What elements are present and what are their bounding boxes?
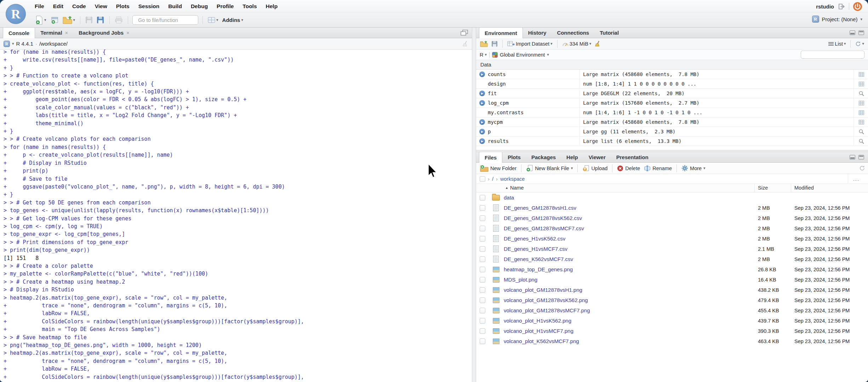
sign-out-icon[interactable] [838,3,845,10]
environment-search-box[interactable] [801,51,864,59]
file-row[interactable]: heatmap_top_DE_genes.png26.8 KBSep 23, 2… [476,264,868,274]
table-icon[interactable] [859,82,864,86]
expand-arrow-icon[interactable]: ▶ [479,129,485,134]
magnifier-icon[interactable] [859,129,864,134]
file-link[interactable]: volcano_plot_K562vsMCF7.png [504,338,579,344]
file-link[interactable]: DE_genes_GM12878vsK562.csv [504,215,582,221]
column-header-modified[interactable]: Modified [794,185,814,191]
environment-selector[interactable]: Global Environment ▾ [492,52,549,58]
tab-plots[interactable]: Plots [502,152,526,162]
file-link[interactable]: heatmap_top_DE_genes.png [504,266,573,272]
goto-file-function-input[interactable] [138,17,204,23]
env-object-row[interactable]: ▶fitLarge DGEGLM (22 elements, 20 MB) [476,89,868,98]
file-checkbox[interactable] [480,205,485,211]
file-row[interactable]: volcano_plot_GM12878vsK562.png479.4 KBSe… [476,295,868,305]
file-checkbox[interactable] [480,318,485,324]
file-link[interactable]: DE_genes_H1vsK562.csv [504,236,565,242]
file-link[interactable]: DE_genes_H1vsMCF7.csv [504,246,567,252]
menu-session[interactable]: Session [138,3,159,10]
column-header-name[interactable]: ▲ Name [505,185,524,191]
new-folder-button[interactable]: New Folder [479,164,518,173]
quit-session-power-icon[interactable] [853,2,862,11]
save-workspace-button[interactable] [491,40,498,48]
file-row[interactable]: volcano_plot_GM12878vsH1.png438.2 KBSep … [476,285,868,295]
file-checkbox[interactable] [480,338,485,344]
maximize-panel-icon[interactable] [858,155,864,160]
minimize-panel-icon[interactable] [850,155,855,160]
maximize-panel-icon[interactable] [858,30,864,35]
file-checkbox[interactable] [480,328,485,334]
rename-button[interactable]: Rename [643,164,673,172]
file-row[interactable]: volcano_plot_GM12878vsMCF7.png455.4 KBSe… [476,305,868,316]
table-icon[interactable] [859,110,864,115]
expand-arrow-icon[interactable]: ▶ [479,100,485,106]
file-checkbox[interactable] [480,287,485,293]
file-row[interactable]: DE_genes_GM12878vsMCF7.csv2 MBSep 23, 20… [476,223,868,233]
expand-arrow-icon[interactable]: ▶ [479,119,485,125]
file-link[interactable]: volcano_plot_GM12878vsK562.png [504,297,588,303]
maximize-panel-icon[interactable] [461,30,468,36]
file-checkbox[interactable] [480,256,485,262]
tab-help[interactable]: Help [561,152,583,162]
env-object-row[interactable]: my.contrastsnum [1:4, 1:6] 1 -1 0 0 1 0 … [476,108,868,117]
expand-arrow-icon[interactable]: ▶ [479,91,485,96]
caret-down-icon[interactable]: ▾ [12,42,14,46]
file-link[interactable]: data [504,195,514,201]
file-row[interactable]: DE_genes_GM12878vsK562.csv2 MBSep 23, 20… [476,213,868,223]
save-button[interactable] [85,16,93,24]
file-link[interactable]: volcano_plot_GM12878vsH1.png [504,287,582,293]
tab-presentation[interactable]: Presentation [611,152,654,162]
breadcrumb-root-link[interactable]: / [492,176,493,182]
minimize-panel-icon[interactable] [850,30,855,35]
file-link[interactable]: MDS_plot.png [504,277,537,283]
table-icon[interactable] [859,101,864,105]
clear-console-broom-icon[interactable] [462,41,468,47]
menu-code[interactable]: Code [72,3,86,10]
env-object-row[interactable]: ▶log_cpmLarge matrix (157680 elements, 2… [476,98,868,108]
tab-background-jobs[interactable]: Background Jobs× [73,28,135,38]
file-row[interactable]: DE_genes_GM12878vsH1.csv2 MBSep 23, 2024… [476,203,868,213]
file-checkbox[interactable] [480,267,485,272]
save-all-button[interactable] [96,16,105,24]
file-row[interactable]: volcano_plot_H1vsMCF7.png390.3 KBSep 23,… [476,326,868,336]
file-checkbox[interactable] [480,226,485,231]
refresh-environment-button[interactable]: ▾ [855,40,865,47]
tab-connections[interactable]: Connections [552,28,594,38]
delete-button[interactable]: Delete [616,164,641,172]
panes-layout-button[interactable]: ▾ [207,16,219,24]
print-button[interactable] [114,16,124,24]
goto-file-function-box[interactable] [132,15,198,25]
import-dataset-button[interactable]: Import Dataset ▾ [507,40,553,47]
file-link[interactable]: DE_genes_GM12878vsMCF7.csv [504,225,584,231]
file-row[interactable]: DE_genes_H1vsMCF7.csv2.1 MBSep 23, 2024,… [476,244,868,254]
file-link[interactable]: DE_genes_K562vsMCF7.csv [504,256,573,262]
menu-view[interactable]: View [95,3,107,10]
expand-arrow-icon[interactable]: ▶ [479,71,485,77]
file-checkbox[interactable] [480,246,485,252]
file-checkbox[interactable] [480,195,485,201]
tab-terminal[interactable]: Terminal× [35,28,73,38]
env-object-row[interactable]: ▶countsLarge matrix (458680 elements, 7.… [476,70,868,79]
new-file-button[interactable]: ▾ [35,15,47,25]
tab-viewer[interactable]: Viewer [583,152,611,162]
tab-files[interactable]: Files [479,152,502,163]
file-row[interactable]: MDS_plot.png16.4 KBSep 23, 2024, 12:56 P… [476,274,868,285]
file-row[interactable]: volcano_plot_K562vsMCF7.png463.4 KBSep 2… [476,336,868,346]
environment-search-input[interactable] [805,52,868,57]
tab-packages[interactable]: Packages [526,152,561,162]
expand-arrow-icon[interactable]: ▶ [479,138,485,144]
magnifier-icon[interactable] [859,139,864,144]
load-workspace-button[interactable] [479,40,489,48]
menu-edit[interactable]: Edit [53,3,63,10]
file-link[interactable]: DE_genes_GM12878vsH1.csv [504,205,576,211]
tab-history[interactable]: History [523,28,552,38]
menu-profile[interactable]: Profile [217,3,234,10]
close-icon[interactable]: × [65,30,68,36]
tab-console[interactable]: Console [3,28,35,38]
menu-debug[interactable]: Debug [191,3,208,10]
menu-help[interactable]: Help [266,3,278,10]
new-project-button[interactable] [50,15,59,25]
file-checkbox[interactable] [480,308,485,313]
list-view-button[interactable]: List ▾ [828,40,846,47]
file-link[interactable]: volcano_plot_H1vsK562.png [504,318,571,324]
